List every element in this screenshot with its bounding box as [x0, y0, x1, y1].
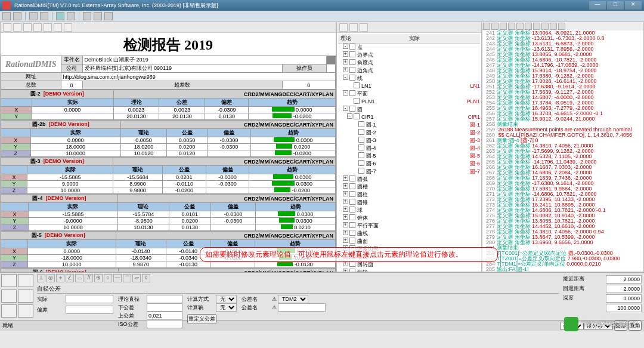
tool-icon[interactable]: [360, 23, 368, 32]
deviation-input[interactable]: [66, 306, 113, 314]
tree-node[interactable]: + 圆槽: [338, 183, 480, 191]
expand-icon[interactable]: +: [343, 238, 348, 243]
minimize-button[interactable]: —: [589, 1, 606, 10]
expand-icon[interactable]: -: [343, 90, 348, 96]
menu-icon[interactable]: [67, 12, 75, 20]
tool-icon[interactable]: [23, 23, 32, 32]
tool-icon[interactable]: [349, 23, 358, 32]
nominal-cell[interactable]: -15.5885: [28, 211, 117, 218]
tree-node[interactable]: + 边界点: [338, 51, 480, 59]
close-button[interactable]: ✕: [625, 1, 642, 10]
tol-type-icon[interactable]: [1, 304, 17, 318]
tree-node[interactable]: + 圆弧: [338, 175, 480, 183]
gdnt-icon[interactable]: ⌒: [123, 274, 131, 282]
nominal-cell[interactable]: -15.5885: [27, 174, 113, 181]
tool-icon[interactable]: [483, 23, 490, 30]
tool-icon[interactable]: [44, 23, 52, 32]
tol-type-icon[interactable]: [1, 274, 17, 287]
approach-input[interactable]: [606, 275, 642, 284]
tool-icon[interactable]: [339, 23, 348, 32]
tool-icon[interactable]: [33, 23, 42, 32]
menu-icon[interactable]: [29, 12, 38, 20]
menu-icon[interactable]: [83, 12, 91, 20]
gdnt-icon[interactable]: —: [113, 274, 122, 282]
actual-input[interactable]: [66, 295, 113, 303]
tree-node[interactable]: - 点: [338, 44, 480, 51]
menu-icon[interactable]: [2, 12, 11, 20]
tree-node[interactable]: + 平行平面: [338, 222, 480, 230]
tree-node[interactable]: + 角度点: [338, 59, 480, 67]
expand-icon[interactable]: +: [343, 175, 348, 181]
expand-icon[interactable]: -: [343, 75, 348, 80]
gdnt-icon[interactable]: ∠: [66, 274, 74, 282]
nominal-cell[interactable]: 10.0000: [28, 224, 117, 231]
iso-input[interactable]: [147, 320, 182, 328]
expand-icon[interactable]: +: [343, 191, 348, 196]
nominal-cell[interactable]: 10.0000: [27, 187, 113, 194]
tree-node[interactable]: 圆-2圆-2: [338, 129, 480, 137]
nominal-cell[interactable]: [32, 113, 113, 120]
nominal-cell[interactable]: 10.0000: [28, 261, 116, 268]
menu-icon[interactable]: [56, 12, 64, 20]
tool-icon[interactable]: [13, 23, 21, 32]
tree-node[interactable]: 圆-4圆-4: [338, 144, 480, 152]
tree-node[interactable]: - 线: [338, 75, 480, 82]
tree-node[interactable]: 圆-6圆-6: [338, 160, 480, 168]
tree-node[interactable]: PLN1PLN1: [338, 98, 480, 106]
tool-icon[interactable]: [3, 23, 11, 32]
expand-icon[interactable]: -: [343, 106, 348, 111]
tool-icon[interactable]: [516, 23, 524, 30]
tol-type-icon[interactable]: [18, 274, 33, 287]
depth-input[interactable]: [606, 294, 642, 303]
uptol-input[interactable]: [147, 312, 182, 320]
tree-node[interactable]: + 球: [338, 207, 480, 214]
nominal-cell[interactable]: 9.0000: [27, 181, 113, 187]
tool-icon[interactable]: [508, 23, 515, 30]
nominal-cell[interactable]: 0.0000: [32, 107, 113, 113]
nominal-cell[interactable]: 0.0000: [30, 137, 120, 144]
tree-node[interactable]: 圆-3圆-3: [338, 137, 480, 144]
expand-icon[interactable]: +: [343, 199, 348, 204]
tool-icon[interactable]: [54, 23, 62, 32]
nominal-dia-input[interactable]: [147, 295, 182, 303]
expand-icon[interactable]: +: [343, 222, 348, 227]
menu-icon[interactable]: [40, 12, 48, 20]
tool-icon[interactable]: [533, 23, 540, 30]
calc-method-select[interactable]: 无: [216, 295, 237, 303]
menu-icon[interactable]: [13, 12, 21, 20]
tool-icon[interactable]: [500, 23, 507, 30]
expand-icon[interactable]: +: [343, 51, 348, 57]
gdnt-icon[interactable]: ◊: [142, 274, 150, 282]
tool-icon[interactable]: [558, 23, 565, 30]
tool-icon[interactable]: [491, 23, 499, 30]
redefine-tol-button[interactable]: 重定义公差: [187, 314, 216, 324]
nominal-cell[interactable]: 10.0000: [30, 150, 120, 157]
expand-icon[interactable]: +: [343, 207, 348, 212]
tree-node[interactable]: - CIR1CIR1: [338, 113, 480, 121]
tol-type-icon[interactable]: [1, 290, 17, 303]
tool-icon[interactable]: [525, 23, 532, 30]
tool-icon[interactable]: [550, 23, 557, 30]
tree-node[interactable]: 圆-1圆-1: [338, 121, 480, 129]
gdnt-icon[interactable]: ◎: [47, 274, 55, 282]
tol-tab[interactable]: 自径公差: [37, 285, 559, 294]
tol-name-input[interactable]: [278, 303, 326, 312]
tree-node[interactable]: + 边角点: [338, 67, 480, 75]
nominal-cell[interactable]: -18.0000: [28, 255, 116, 261]
tree-node[interactable]: + 曲线: [338, 230, 480, 238]
gdnt-icon[interactable]: ⌓: [75, 274, 83, 282]
expand-icon[interactable]: -: [347, 113, 352, 119]
expand-icon[interactable]: +: [343, 214, 348, 220]
retract-input[interactable]: [606, 285, 642, 293]
expand-icon[interactable]: +: [343, 67, 348, 72]
tree-node[interactable]: + 圆锥: [338, 199, 480, 207]
nominal-cell[interactable]: 18.0000: [30, 144, 120, 150]
lowtol-input[interactable]: [147, 303, 182, 312]
expand-icon[interactable]: -: [343, 44, 348, 49]
gdnt-icon[interactable]: ⊥: [37, 274, 45, 282]
gdnt-icon[interactable]: ○: [104, 274, 112, 282]
extra-input[interactable]: [606, 304, 642, 312]
maximize-button[interactable]: □: [607, 1, 624, 10]
tol-name-select[interactable]: TDM2: [278, 295, 308, 303]
tree-node[interactable]: + 曲面: [338, 238, 480, 245]
